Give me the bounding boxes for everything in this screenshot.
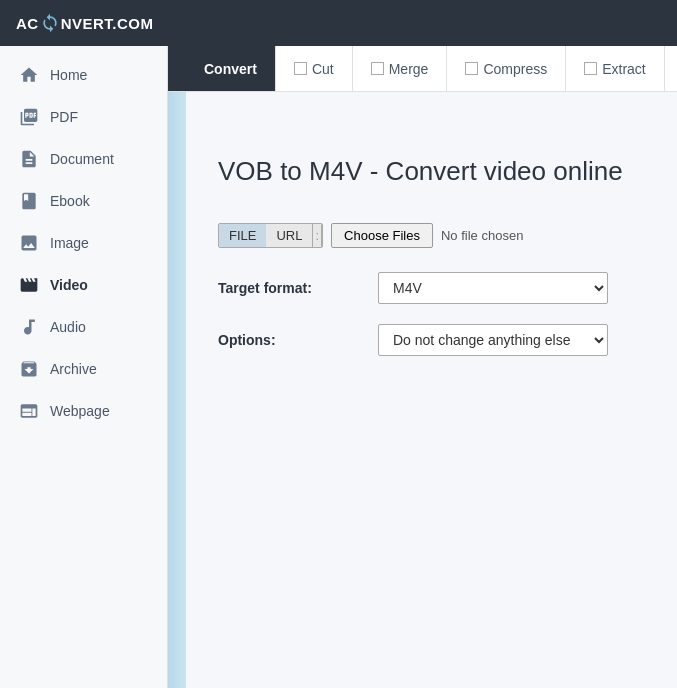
document-icon [18,148,40,170]
home-icon [18,64,40,86]
options-label: Options: [218,332,378,348]
logo-icon [40,13,60,33]
tab-convert-label: Convert [204,61,257,77]
extract-tab-checkbox [584,62,597,75]
sidebar-item-video[interactable]: Video [0,264,167,306]
accent-bar [168,92,186,688]
sidebar-item-label: Document [50,151,114,167]
file-toggle-btn[interactable]: FILE [219,224,266,247]
video-icon [18,274,40,296]
tabs-bar: Convert Cut Merge Compress Extract [168,46,677,92]
tab-compress-label: Compress [483,61,547,77]
sidebar-item-ebook[interactable]: Ebook [0,180,167,222]
logo-nvert: NVERT.COM [61,15,154,32]
file-input-row: FILE URL : Choose Files No file chosen [218,223,645,248]
image-icon [18,232,40,254]
content-area: VOB to M4V - Convert video online FILE U… [168,92,677,688]
tab-merge-label: Merge [389,61,429,77]
file-url-toggle: FILE URL : [218,223,323,248]
compress-tab-checkbox [465,62,478,75]
webpage-icon [18,400,40,422]
sidebar-item-label: Audio [50,319,86,335]
sidebar-item-label: Video [50,277,88,293]
sidebar-item-archive[interactable]: Archive [0,348,167,390]
sidebar-item-pdf[interactable]: PDF [0,96,167,138]
choose-files-button[interactable]: Choose Files [331,223,433,248]
topbar: AC NVERT.COM [0,0,677,46]
target-format-label: Target format: [218,280,378,296]
options-select[interactable]: Do not change anything else [378,324,608,356]
tab-compress[interactable]: Compress [447,46,566,91]
sidebar-item-label: Webpage [50,403,110,419]
sidebar: Home PDF Document Ebook [0,46,168,688]
inner-content: VOB to M4V - Convert video online FILE U… [186,92,677,688]
url-toggle-btn[interactable]: URL [266,224,312,247]
merge-tab-checkbox [371,62,384,75]
page-heading: VOB to M4V - Convert video online [218,156,645,187]
sidebar-item-label: Ebook [50,193,90,209]
archive-icon [18,358,40,380]
tab-extract[interactable]: Extract [566,46,665,91]
sidebar-item-label: PDF [50,109,78,125]
sidebar-item-label: Archive [50,361,97,377]
ebook-icon [18,190,40,212]
sidebar-item-label: Image [50,235,89,251]
cut-tab-checkbox [294,62,307,75]
sidebar-item-image[interactable]: Image [0,222,167,264]
tab-extract-label: Extract [602,61,646,77]
audio-icon [18,316,40,338]
toggle-separator: : [312,224,322,247]
no-file-chosen-text: No file chosen [441,228,523,243]
tab-cut-label: Cut [312,61,334,77]
tab-merge[interactable]: Merge [353,46,448,91]
main-area: Convert Cut Merge Compress Extract [168,46,677,688]
options-row: Options: Do not change anything else [218,324,645,356]
sidebar-item-audio[interactable]: Audio [0,306,167,348]
convert-tab-icon [186,62,199,75]
tab-convert[interactable]: Convert [168,46,276,91]
tab-cut[interactable]: Cut [276,46,353,91]
target-format-row: Target format: M4V [218,272,645,304]
sidebar-item-home[interactable]: Home [0,54,167,96]
logo-ac: AC [16,15,39,32]
pdf-icon [18,106,40,128]
sidebar-item-label: Home [50,67,87,83]
target-format-select[interactable]: M4V [378,272,608,304]
sidebar-item-webpage[interactable]: Webpage [0,390,167,432]
sidebar-item-document[interactable]: Document [0,138,167,180]
